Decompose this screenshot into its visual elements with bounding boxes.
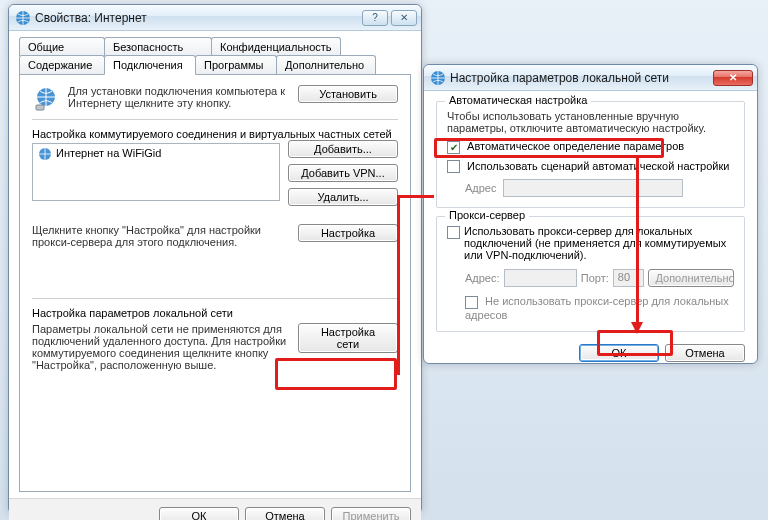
script-address-label: Адрес (465, 182, 497, 194)
globe-icon (15, 10, 31, 26)
auto-hint: Чтобы использовать установленные вручную… (447, 110, 734, 134)
apply-button[interactable]: Применить (331, 507, 411, 520)
close-button[interactable]: ✕ (391, 10, 417, 26)
cancel-button[interactable]: Отмена (245, 507, 325, 520)
tab-security[interactable]: Безопасность (104, 37, 212, 56)
tab-advanced[interactable]: Дополнительно (276, 55, 376, 74)
dialog-footer: ОК Отмена Применить (9, 498, 421, 520)
ok-button[interactable]: ОК (159, 507, 239, 520)
help-button[interactable]: ? (362, 10, 388, 26)
lan-settings-dialog: Настройка параметров локальной сети ✕ Ав… (423, 64, 758, 364)
proxy-advanced-button[interactable]: Дополнительно (648, 269, 734, 287)
auto-detect-checkbox[interactable]: ✔ (447, 141, 460, 154)
settings-hint: Щелкните кнопку "Настройка" для настройк… (32, 224, 290, 248)
tab-content[interactable]: Содержание (19, 55, 105, 74)
connection-icon (38, 147, 52, 161)
add-button[interactable]: Добавить... (288, 140, 398, 158)
auto-detect-label: Автоматическое определение параметров (467, 140, 684, 152)
lan-hint: Параметры локальной сети не применяются … (32, 323, 290, 371)
dialup-header: Настройка коммутируемого соединения и ви… (32, 128, 398, 140)
connection-item[interactable]: Интернет на WiFiGid (56, 147, 161, 159)
lan-header: Настройка параметров локальной сети (32, 307, 398, 319)
lan-settings-button[interactable]: Настройка сети (298, 323, 398, 353)
group-legend: Автоматическая настройка (445, 94, 591, 106)
svg-rect-2 (36, 105, 44, 110)
use-proxy-label: Использовать прокси-сервер для локальных… (464, 225, 734, 261)
ok-button[interactable]: ОК (579, 344, 659, 362)
connections-listbox[interactable]: Интернет на WiFiGid (32, 143, 280, 201)
dialog-title: Настройка параметров локальной сети (450, 71, 710, 85)
proxy-address-input (504, 269, 577, 287)
setup-button[interactable]: Установить (298, 85, 398, 103)
proxy-port-label: Порт: (581, 272, 609, 284)
proxy-address-label: Адрес: (465, 272, 500, 284)
use-script-label: Использовать сценарий автоматической нас… (467, 160, 729, 172)
cancel-button[interactable]: Отмена (665, 344, 745, 362)
close-button[interactable]: ✕ (713, 70, 753, 86)
internet-properties-dialog: Свойства: Интернет ? ✕ Общие Безопасност… (8, 4, 422, 514)
proxy-port-input: 80 (613, 269, 645, 287)
globe-icon (430, 70, 446, 86)
tab-panel-connections: Для установки подключения компьютера к И… (19, 74, 411, 492)
tabs-row-2: Содержание Подключения Программы Дополни… (19, 55, 411, 74)
connection-settings-button[interactable]: Настройка (298, 224, 398, 242)
tab-privacy[interactable]: Конфиденциальность (211, 37, 341, 56)
add-vpn-button[interactable]: Добавить VPN... (288, 164, 398, 182)
group-legend: Прокси-сервер (445, 209, 529, 221)
proxy-group: Прокси-сервер Использовать прокси-сервер… (436, 216, 745, 332)
use-proxy-checkbox[interactable] (447, 226, 460, 239)
bypass-local-checkbox (465, 296, 478, 309)
titlebar[interactable]: Свойства: Интернет ? ✕ (9, 5, 421, 31)
tab-programs[interactable]: Программы (195, 55, 277, 74)
script-address-input (503, 179, 683, 197)
delete-button[interactable]: Удалить... (288, 188, 398, 206)
tabs-row-1: Общие Безопасность Конфиденциальность (19, 37, 411, 56)
use-script-checkbox[interactable] (447, 160, 460, 173)
dialog-title: Свойства: Интернет (35, 11, 359, 25)
tab-connections[interactable]: Подключения (104, 55, 196, 75)
connection-wizard-icon (32, 85, 60, 115)
auto-config-group: Автоматическая настройка Чтобы использов… (436, 101, 745, 208)
titlebar[interactable]: Настройка параметров локальной сети ✕ (424, 65, 757, 91)
setup-hint: Для установки подключения компьютера к И… (68, 85, 290, 109)
tab-general[interactable]: Общие (19, 37, 105, 56)
bypass-local-label: Не использовать прокси-сервер для локаль… (465, 295, 729, 321)
